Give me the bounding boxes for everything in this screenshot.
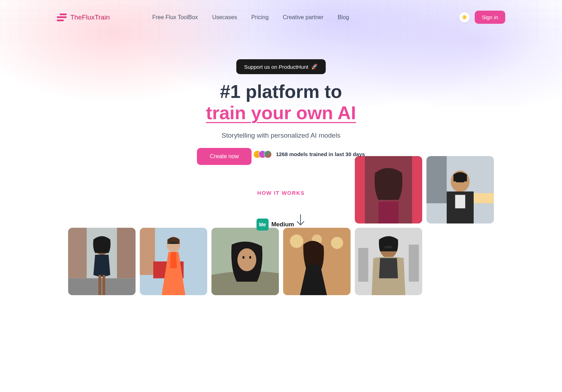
svg-point-28 bbox=[242, 256, 244, 259]
theme-toggle[interactable]: ☀️ bbox=[459, 12, 470, 23]
gallery-image[interactable] bbox=[68, 228, 136, 295]
nav-item-creative-partner[interactable]: Creative partner bbox=[283, 14, 324, 21]
medium-badge[interactable]: Me Medium bbox=[257, 219, 294, 231]
hero-title-line1: #1 platform to bbox=[220, 81, 342, 102]
stats: 1268 models trained in last 30 days bbox=[253, 150, 365, 158]
stats-text: 1268 models trained in last 30 days bbox=[276, 151, 365, 157]
producthunt-label: Support us on ProductHunt bbox=[244, 64, 308, 70]
avatar-group bbox=[253, 150, 272, 158]
gallery-image[interactable] bbox=[140, 228, 207, 295]
brand-name: TheFluxTrain bbox=[70, 13, 110, 21]
header: TheFluxTrain Free Flux ToolBox Usecases … bbox=[0, 0, 562, 34]
svg-point-32 bbox=[331, 237, 343, 249]
sign-in-button[interactable]: Sign in bbox=[475, 11, 505, 24]
medium-label: Medium bbox=[271, 221, 294, 228]
gallery-image[interactable] bbox=[283, 228, 351, 295]
logo[interactable]: TheFluxTrain bbox=[57, 13, 110, 21]
gallery-image[interactable] bbox=[211, 228, 279, 295]
main-nav: Free Flux ToolBox Usecases Pricing Creat… bbox=[152, 14, 349, 21]
how-title: HOW IT WORKS bbox=[0, 190, 562, 196]
svg-rect-18 bbox=[99, 275, 101, 295]
nav-item-pricing[interactable]: Pricing bbox=[251, 14, 269, 21]
sun-icon: ☀️ bbox=[462, 15, 468, 20]
rocket-icon: 🚀 bbox=[311, 64, 318, 70]
svg-rect-15 bbox=[117, 228, 136, 278]
producthunt-button[interactable]: Support us on ProductHunt 🚀 bbox=[236, 59, 326, 74]
avatar bbox=[264, 150, 272, 158]
logo-icon bbox=[57, 13, 67, 21]
hero-title-line2: train your own AI bbox=[206, 103, 356, 123]
hero-title: #1 platform to train your own AI bbox=[0, 81, 562, 124]
svg-rect-36 bbox=[358, 248, 369, 282]
svg-rect-39 bbox=[385, 246, 393, 248]
medium-icon: Me bbox=[257, 219, 269, 231]
nav-item-usecases[interactable]: Usecases bbox=[212, 14, 237, 21]
hero-subtitle: Storytelling with personalized AI models bbox=[0, 132, 562, 139]
svg-rect-16 bbox=[68, 278, 136, 295]
svg-rect-37 bbox=[409, 244, 419, 282]
svg-rect-14 bbox=[68, 228, 87, 278]
nav-item-blog[interactable]: Blog bbox=[338, 14, 349, 21]
arrow-down-icon bbox=[296, 214, 305, 228]
how-it-works: HOW IT WORKS Me Medium bbox=[0, 190, 562, 231]
gallery-image[interactable] bbox=[355, 228, 422, 295]
svg-rect-21 bbox=[140, 228, 155, 275]
nav-item-toolbox[interactable]: Free Flux ToolBox bbox=[152, 14, 198, 21]
svg-point-29 bbox=[249, 256, 251, 259]
create-now-button[interactable]: Create now bbox=[197, 148, 252, 165]
svg-point-31 bbox=[290, 234, 303, 248]
svg-rect-19 bbox=[103, 275, 105, 295]
svg-point-27 bbox=[237, 248, 256, 271]
header-actions: ☀️ Sign in bbox=[459, 11, 505, 24]
svg-rect-24 bbox=[170, 242, 178, 244]
hero: Support us on ProductHunt 🚀 #1 platform … bbox=[0, 34, 562, 231]
